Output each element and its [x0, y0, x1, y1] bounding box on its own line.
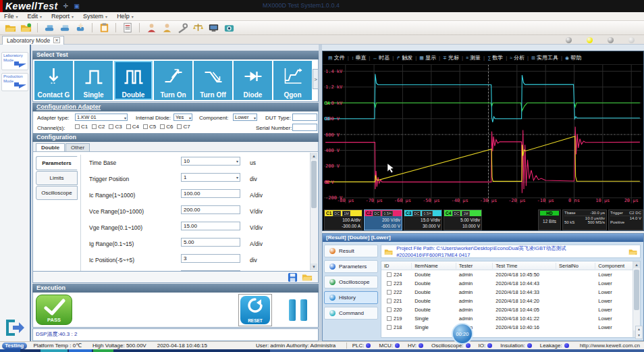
column-header-itemname[interactable]: ItemName — [412, 263, 456, 269]
dut-type-input[interactable] — [292, 114, 317, 121]
pin-icon[interactable]: ▣ — [74, 3, 80, 9]
scope-menu-vertical-icon[interactable]: ↕垂直 — [349, 54, 369, 61]
waveform-display[interactable]: 1.4 kV1.2 kV1.0 kV800 V600 V400 V200 V0 … — [324, 65, 641, 203]
results-nav-parameters[interactable]: Parameters — [324, 260, 378, 273]
tab-close-icon[interactable]: ✕ — [53, 37, 60, 43]
serial-number-input[interactable] — [292, 124, 317, 131]
side-tab-parameters[interactable]: Parameters — [36, 156, 78, 170]
field-input[interactable]: 100.00 — [181, 189, 240, 198]
monitor-icon[interactable] — [207, 22, 219, 33]
camera-icon[interactable] — [223, 22, 235, 33]
scope-menu-analysis-icon[interactable]: ≈分析 — [507, 54, 527, 61]
channel-box-c1[interactable]: C1DC1M100 A/div-300.00 A — [324, 209, 363, 230]
row-checkbox[interactable] — [387, 281, 392, 286]
config-tab-double[interactable]: Double — [36, 143, 65, 151]
pause-button[interactable] — [283, 295, 313, 325]
row-checkbox[interactable] — [387, 307, 392, 312]
production-mode-button[interactable]: Production Mode — [1, 73, 28, 91]
connect2-icon[interactable] — [59, 22, 71, 33]
table-row[interactable]: 221Doubleadmin2020/4/18 10:44:20Lower — [381, 297, 640, 305]
component-select[interactable]: Lower — [233, 114, 257, 121]
reset-button[interactable]: RESET — [240, 296, 270, 324]
menu-report[interactable]: Report▾ — [51, 13, 74, 20]
scope-menu-measure-icon[interactable]: ≡测量 — [463, 54, 483, 61]
column-header-serialno[interactable]: SerialNo — [556, 263, 595, 269]
field-input[interactable]: 15.00 — [181, 222, 240, 230]
column-header-id[interactable]: ID — [381, 263, 412, 269]
table-row[interactable]: 220Doubleadmin2020/4/18 10:44:05Lower — [381, 305, 640, 314]
test-tile-single[interactable]: Single — [74, 61, 113, 100]
field-input[interactable]: 3 — [181, 254, 240, 263]
channel-checkbox-c7[interactable] — [177, 124, 182, 129]
test-tile-turn-on[interactable]: Turn On — [154, 61, 192, 100]
row-checkbox[interactable] — [387, 316, 392, 321]
test-tile-turn-off[interactable]: Turn Off — [194, 61, 232, 100]
scope-menu-math-icon[interactable]: ∑数学 — [485, 54, 506, 61]
spinner-control[interactable]: ▲▼ — [635, 326, 643, 339]
results-nav-oscilloscope[interactable]: Oscilloscope — [324, 276, 378, 288]
open-folder-icon[interactable] — [4, 22, 16, 33]
channel-checkbox-c1[interactable] — [75, 124, 80, 129]
field-select[interactable]: 1 — [181, 173, 240, 182]
internal-diode-select[interactable]: Yes — [173, 114, 192, 121]
test-tile-diode[interactable]: Diode — [234, 61, 272, 100]
row-checkbox[interactable] — [387, 325, 392, 330]
field-input[interactable]: -3 — [181, 270, 240, 271]
report-icon[interactable] — [122, 22, 134, 33]
column-header-tester[interactable]: Tester — [456, 263, 493, 269]
channel-checkbox-c5[interactable] — [143, 124, 148, 129]
timebase-box[interactable]: Tbase-30.0 μs10.0 μs/div50 kS500 MS/s — [562, 209, 607, 230]
channel-checkbox-c2[interactable] — [92, 124, 97, 129]
channel-box-c2[interactable]: C2DC0.5H200 V/div-600.00 V — [364, 209, 402, 230]
scales-icon[interactable] — [192, 22, 204, 33]
channel-checkbox-c3[interactable] — [109, 124, 113, 129]
column-header-test-time[interactable]: Test Time — [493, 263, 556, 269]
field-input[interactable]: 5.00 — [181, 238, 240, 247]
results-nav-result[interactable]: Result — [324, 245, 378, 257]
laboratory-mode-button[interactable]: Laboratory Mode — [1, 52, 28, 70]
configuration-scrollbar[interactable]: ▲ ▼ — [310, 153, 317, 270]
results-nav-command[interactable]: Command — [324, 307, 378, 320]
tools-icon[interactable] — [176, 22, 188, 33]
scope-menu-utilities-icon[interactable]: ⊞实用工具 — [529, 54, 561, 61]
website-url[interactable]: http://www.kewell.com.cn — [580, 343, 640, 349]
user-yellow-icon[interactable] — [161, 22, 173, 33]
scroll-up-icon[interactable]: ▲ — [633, 261, 640, 268]
scrollbar-thumb[interactable] — [311, 161, 317, 208]
trigger-box[interactable]: TriggerC2 DC14.0 VPositive — [608, 209, 643, 230]
pass-indicator[interactable]: PASS — [36, 295, 72, 325]
channel-checkbox-c6[interactable] — [160, 124, 165, 129]
field-select[interactable]: 10 — [181, 157, 240, 166]
move-icon[interactable]: ✛ — [63, 3, 69, 9]
results-nav-history[interactable]: History — [324, 291, 378, 304]
test-tile-contact-g[interactable]: Contact G — [34, 61, 73, 100]
test-tile-qgon[interactable]: Qgon — [273, 61, 312, 100]
field-input[interactable]: 200.00 — [181, 205, 240, 214]
side-tab-limits[interactable]: Limits — [36, 171, 78, 185]
row-checkbox[interactable] — [387, 299, 392, 303]
table-row[interactable]: 224Doubleadmin2020/4/18 10:45:50Lower — [381, 270, 640, 279]
table-row[interactable]: 219Singleadmin2020/4/18 10:41:22Lower — [381, 314, 640, 323]
adapter-type-select[interactable]: 1.KW 01 — [75, 114, 128, 121]
user-red-icon[interactable] — [145, 22, 157, 33]
open-folder-plus-icon[interactable] — [20, 22, 32, 33]
scope-menu-file-icon[interactable]: ▤文件 — [325, 54, 348, 61]
tab-laboratory-mode[interactable]: Laboratory Mode ✕ — [2, 36, 64, 45]
menu-help[interactable]: Help▾ — [117, 13, 134, 20]
scope-menu-timebase-icon[interactable]: ↔时基 — [370, 54, 392, 61]
channel-box-c3[interactable]: C3DC0.5H15.0 V/div30.000 V — [404, 209, 442, 230]
row-checkbox[interactable] — [387, 290, 392, 295]
logout-icon[interactable] — [4, 318, 26, 338]
channel-box-c4[interactable]: C4DC1M5.00 V/div10.000 V — [444, 209, 482, 230]
menu-edit[interactable]: Edit▾ — [28, 13, 43, 20]
hand-icon[interactable] — [74, 22, 86, 33]
save-config-icon[interactable] — [288, 272, 298, 282]
table-row[interactable]: 218Singleadmin2020/4/18 10:40:16Lower — [381, 323, 640, 332]
open-folder-icon[interactable] — [628, 248, 637, 255]
scope-menu-help-icon[interactable]: ◉帮助 — [562, 54, 584, 61]
channel-checkbox-c4[interactable] — [126, 124, 131, 129]
scrollbar-thumb[interactable] — [634, 270, 639, 310]
connect-icon[interactable] — [43, 22, 55, 33]
menu-file[interactable]: File▾ — [4, 13, 18, 20]
table-row[interactable]: 223Doubleadmin2020/4/18 10:44:43Lower — [381, 279, 640, 288]
